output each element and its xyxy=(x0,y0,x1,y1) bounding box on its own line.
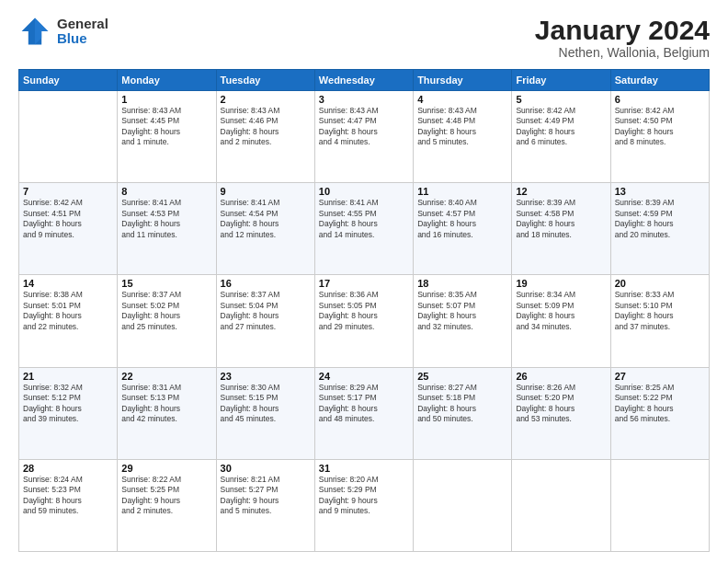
title-block: January 2024 Nethen, Wallonia, Belgium xyxy=(535,15,710,60)
calendar-cell: 13Sunrise: 8:39 AM Sunset: 4:59 PM Dayli… xyxy=(610,183,709,275)
calendar-cell: 11Sunrise: 8:40 AM Sunset: 4:57 PM Dayli… xyxy=(414,183,512,275)
day-number: 3 xyxy=(319,94,409,105)
day-info: Sunrise: 8:33 AM Sunset: 5:10 PM Dayligh… xyxy=(615,290,705,332)
day-number: 7 xyxy=(23,186,113,197)
calendar-cell: 17Sunrise: 8:36 AM Sunset: 5:05 PM Dayli… xyxy=(314,275,413,367)
day-number: 1 xyxy=(121,94,211,105)
calendar-cell: 22Sunrise: 8:31 AM Sunset: 5:13 PM Dayli… xyxy=(118,367,216,459)
day-info: Sunrise: 8:29 AM Sunset: 5:17 PM Dayligh… xyxy=(319,383,409,425)
calendar-cell: 9Sunrise: 8:41 AM Sunset: 4:54 PM Daylig… xyxy=(216,183,314,275)
day-number: 5 xyxy=(516,94,606,105)
day-number: 27 xyxy=(615,371,705,382)
day-number: 12 xyxy=(516,186,606,197)
calendar-cell: 5Sunrise: 8:42 AM Sunset: 4:49 PM Daylig… xyxy=(512,91,610,183)
day-number: 23 xyxy=(221,371,311,382)
day-info: Sunrise: 8:37 AM Sunset: 5:04 PM Dayligh… xyxy=(221,290,311,332)
calendar-week-row: 14Sunrise: 8:38 AM Sunset: 5:01 PM Dayli… xyxy=(19,275,710,367)
day-info: Sunrise: 8:43 AM Sunset: 4:45 PM Dayligh… xyxy=(121,106,211,148)
day-number: 20 xyxy=(615,278,705,289)
calendar-cell: 2Sunrise: 8:43 AM Sunset: 4:46 PM Daylig… xyxy=(216,91,314,183)
day-number: 30 xyxy=(221,463,311,474)
calendar-table: SundayMondayTuesdayWednesdayThursdayFrid… xyxy=(18,69,710,552)
day-number: 17 xyxy=(319,278,409,289)
day-info: Sunrise: 8:25 AM Sunset: 5:22 PM Dayligh… xyxy=(615,383,705,425)
day-info: Sunrise: 8:41 AM Sunset: 4:55 PM Dayligh… xyxy=(319,198,409,240)
day-info: Sunrise: 8:42 AM Sunset: 4:50 PM Dayligh… xyxy=(615,106,705,148)
day-info: Sunrise: 8:32 AM Sunset: 5:12 PM Dayligh… xyxy=(23,383,113,425)
day-info: Sunrise: 8:43 AM Sunset: 4:48 PM Dayligh… xyxy=(417,106,507,148)
day-number: 9 xyxy=(221,186,311,197)
day-info: Sunrise: 8:34 AM Sunset: 5:09 PM Dayligh… xyxy=(516,290,606,332)
day-info: Sunrise: 8:37 AM Sunset: 5:02 PM Dayligh… xyxy=(121,290,211,332)
day-number: 21 xyxy=(23,371,113,382)
calendar-cell: 19Sunrise: 8:34 AM Sunset: 5:09 PM Dayli… xyxy=(512,275,610,367)
calendar-week-row: 1Sunrise: 8:43 AM Sunset: 4:45 PM Daylig… xyxy=(19,91,710,183)
calendar-week-row: 7Sunrise: 8:42 AM Sunset: 4:51 PM Daylig… xyxy=(19,183,710,275)
calendar-cell: 21Sunrise: 8:32 AM Sunset: 5:12 PM Dayli… xyxy=(19,367,118,459)
col-header-friday: Friday xyxy=(512,70,610,91)
day-number: 19 xyxy=(516,278,606,289)
day-number: 10 xyxy=(319,186,409,197)
day-number: 4 xyxy=(417,94,507,105)
calendar-cell: 6Sunrise: 8:42 AM Sunset: 4:50 PM Daylig… xyxy=(610,91,709,183)
day-number: 13 xyxy=(615,186,705,197)
calendar-cell xyxy=(610,459,709,551)
calendar-cell: 18Sunrise: 8:35 AM Sunset: 5:07 PM Dayli… xyxy=(414,275,512,367)
calendar-cell: 15Sunrise: 8:37 AM Sunset: 5:02 PM Dayli… xyxy=(118,275,216,367)
logo-text: General Blue xyxy=(57,17,108,47)
subtitle: Nethen, Wallonia, Belgium xyxy=(535,45,710,60)
day-info: Sunrise: 8:27 AM Sunset: 5:18 PM Dayligh… xyxy=(417,383,507,425)
day-info: Sunrise: 8:43 AM Sunset: 4:47 PM Dayligh… xyxy=(319,106,409,148)
calendar-cell: 26Sunrise: 8:26 AM Sunset: 5:20 PM Dayli… xyxy=(512,367,610,459)
col-header-sunday: Sunday xyxy=(19,70,118,91)
col-header-wednesday: Wednesday xyxy=(314,70,413,91)
calendar-cell: 20Sunrise: 8:33 AM Sunset: 5:10 PM Dayli… xyxy=(610,275,709,367)
day-info: Sunrise: 8:36 AM Sunset: 5:05 PM Dayligh… xyxy=(319,290,409,332)
day-info: Sunrise: 8:35 AM Sunset: 5:07 PM Dayligh… xyxy=(417,290,507,332)
calendar-week-row: 28Sunrise: 8:24 AM Sunset: 5:23 PM Dayli… xyxy=(19,459,710,551)
day-number: 11 xyxy=(417,186,507,197)
header: General Blue January 2024 Nethen, Wallon… xyxy=(18,15,710,60)
calendar-cell: 31Sunrise: 8:20 AM Sunset: 5:29 PM Dayli… xyxy=(314,459,413,551)
calendar-cell: 16Sunrise: 8:37 AM Sunset: 5:04 PM Dayli… xyxy=(216,275,314,367)
calendar-cell: 25Sunrise: 8:27 AM Sunset: 5:18 PM Dayli… xyxy=(414,367,512,459)
day-info: Sunrise: 8:43 AM Sunset: 4:46 PM Dayligh… xyxy=(221,106,311,148)
calendar-cell: 7Sunrise: 8:42 AM Sunset: 4:51 PM Daylig… xyxy=(19,183,118,275)
logo: General Blue xyxy=(18,15,108,48)
day-number: 6 xyxy=(615,94,705,105)
day-number: 2 xyxy=(221,94,311,105)
day-number: 29 xyxy=(121,463,211,474)
calendar-cell: 3Sunrise: 8:43 AM Sunset: 4:47 PM Daylig… xyxy=(314,91,413,183)
day-info: Sunrise: 8:21 AM Sunset: 5:27 PM Dayligh… xyxy=(221,475,311,517)
day-info: Sunrise: 8:22 AM Sunset: 5:25 PM Dayligh… xyxy=(121,475,211,517)
calendar-cell xyxy=(512,459,610,551)
calendar-cell: 4Sunrise: 8:43 AM Sunset: 4:48 PM Daylig… xyxy=(414,91,512,183)
day-info: Sunrise: 8:31 AM Sunset: 5:13 PM Dayligh… xyxy=(121,383,211,425)
day-number: 31 xyxy=(319,463,409,474)
col-header-monday: Monday xyxy=(118,70,216,91)
day-number: 26 xyxy=(516,371,606,382)
logo-general-text: General xyxy=(57,17,108,32)
day-number: 18 xyxy=(417,278,507,289)
day-info: Sunrise: 8:39 AM Sunset: 4:59 PM Dayligh… xyxy=(615,198,705,240)
day-info: Sunrise: 8:40 AM Sunset: 4:57 PM Dayligh… xyxy=(417,198,507,240)
day-info: Sunrise: 8:20 AM Sunset: 5:29 PM Dayligh… xyxy=(319,475,409,517)
calendar-cell: 10Sunrise: 8:41 AM Sunset: 4:55 PM Dayli… xyxy=(314,183,413,275)
day-number: 24 xyxy=(319,371,409,382)
day-info: Sunrise: 8:24 AM Sunset: 5:23 PM Dayligh… xyxy=(23,475,113,517)
day-info: Sunrise: 8:41 AM Sunset: 4:54 PM Dayligh… xyxy=(221,198,311,240)
col-header-tuesday: Tuesday xyxy=(216,70,314,91)
calendar-cell: 27Sunrise: 8:25 AM Sunset: 5:22 PM Dayli… xyxy=(610,367,709,459)
day-info: Sunrise: 8:41 AM Sunset: 4:53 PM Dayligh… xyxy=(121,198,211,240)
calendar-cell xyxy=(19,91,118,183)
day-number: 22 xyxy=(121,371,211,382)
calendar-cell: 1Sunrise: 8:43 AM Sunset: 4:45 PM Daylig… xyxy=(118,91,216,183)
day-number: 8 xyxy=(121,186,211,197)
day-info: Sunrise: 8:30 AM Sunset: 5:15 PM Dayligh… xyxy=(221,383,311,425)
calendar-cell: 23Sunrise: 8:30 AM Sunset: 5:15 PM Dayli… xyxy=(216,367,314,459)
col-header-thursday: Thursday xyxy=(414,70,512,91)
day-number: 15 xyxy=(121,278,211,289)
day-number: 14 xyxy=(23,278,113,289)
col-header-saturday: Saturday xyxy=(610,70,709,91)
day-number: 25 xyxy=(417,371,507,382)
